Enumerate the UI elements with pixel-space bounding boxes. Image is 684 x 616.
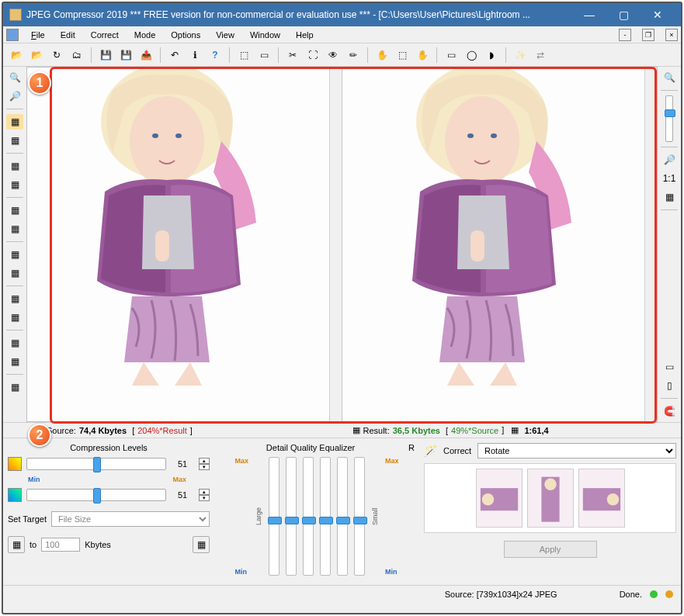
eq-band-6[interactable] [354, 457, 365, 576]
menu-options[interactable]: Options [168, 29, 203, 41]
source-scrollbar[interactable] [329, 67, 342, 421]
menu-file[interactable]: FFileile [28, 29, 48, 41]
zoom-tool-icon[interactable]: 🔍 [661, 70, 678, 85]
zoom-actual-icon[interactable]: ▦ [661, 189, 678, 205]
menu-edit[interactable]: Edit [57, 29, 78, 41]
result-scrollbar[interactable] [644, 67, 657, 421]
mdi-close[interactable]: × [665, 29, 678, 41]
target-go-icon[interactable]: ▦ [193, 536, 210, 553]
save-icon[interactable]: 💾 [97, 47, 114, 64]
folder-browse-icon[interactable]: 🗂 [68, 47, 85, 64]
export-icon[interactable]: 📤 [137, 47, 155, 64]
eq-band-4[interactable] [320, 457, 331, 576]
tool-i-icon[interactable]: ▦ [6, 291, 23, 306]
save-icon[interactable] [6, 29, 19, 41]
single-view-icon[interactable]: ▭ [255, 47, 273, 64]
sync-icon[interactable]: 🧲 [661, 403, 678, 419]
eye-icon[interactable]: 👁 [325, 47, 342, 64]
target-value-input[interactable] [41, 538, 80, 552]
eq-band-5[interactable] [337, 457, 348, 576]
titlebar: JPEG Compressor 2019 *** FREE version fo… [3, 3, 681, 26]
open-icon[interactable]: 📂 [8, 47, 25, 64]
luma-up[interactable]: ▴ [199, 458, 210, 464]
edit-icon[interactable]: ✏ [345, 47, 362, 64]
luma-icon[interactable] [8, 457, 22, 471]
save-as-icon[interactable]: 💾 [117, 47, 134, 64]
tool-h-icon[interactable]: ▦ [6, 265, 23, 281]
compare-icon[interactable]: ⬚ [235, 47, 252, 64]
resize-icon[interactable]: ⛶ [304, 47, 321, 64]
select-icon[interactable]: ⬚ [394, 47, 411, 64]
tool-b-icon[interactable]: ▦ [6, 133, 23, 148]
minimize-button[interactable]: — [572, 3, 606, 26]
luma-value: 51 [171, 459, 194, 469]
mdi-minimize[interactable]: - [619, 29, 631, 41]
chroma-icon[interactable] [8, 488, 22, 502]
chroma-up[interactable]: ▴ [199, 489, 210, 495]
close-button[interactable]: ✕ [641, 3, 675, 26]
layout-h-icon[interactable]: ▭ [661, 359, 678, 375]
eq-band-1[interactable] [269, 457, 280, 576]
correct-dropdown[interactable]: Rotate [477, 443, 676, 459]
zoom-in-icon[interactable]: 🔍 [6, 70, 23, 85]
chroma-value: 51 [171, 490, 194, 500]
menu-mode[interactable]: Mode [131, 29, 159, 41]
rotate-90cw[interactable] [578, 469, 625, 528]
eq-band-2[interactable] [286, 457, 297, 576]
chroma-slider[interactable] [26, 489, 166, 501]
min-label: Min [28, 476, 40, 483]
menu-view[interactable]: View [213, 29, 238, 41]
zoom-out-icon[interactable]: 🔎 [6, 88, 23, 104]
tool-g-icon[interactable]: ▦ [6, 247, 23, 262]
apply-button[interactable]: Apply [504, 541, 597, 558]
zoom-slider[interactable] [665, 95, 673, 142]
tool-a-icon[interactable]: ▦ [6, 114, 23, 130]
undo-icon[interactable]: ↶ [166, 47, 183, 64]
eq-max-l: Max [234, 457, 248, 465]
tool-c-icon[interactable]: ▦ [6, 158, 23, 174]
rect-select-icon[interactable]: ▭ [443, 47, 460, 64]
result-pane[interactable] [342, 67, 657, 421]
svg-rect-9 [470, 230, 484, 261]
flip-icon[interactable]: ⇄ [532, 47, 549, 64]
eq-band-3[interactable] [303, 457, 314, 576]
tool-j-icon[interactable]: ▦ [6, 310, 23, 325]
menubar: FFileile Edit Correct Mode Options View … [3, 26, 681, 43]
zoom-fit-icon[interactable]: 🔎 [661, 152, 678, 168]
tool-m-icon[interactable]: ▦ [6, 379, 23, 395]
open-next-icon[interactable]: 📂 [28, 47, 45, 64]
menu-window[interactable]: Window [247, 29, 283, 41]
maximize-button[interactable]: ▢ [606, 3, 641, 26]
equalizer-r[interactable]: R [405, 443, 418, 452]
tool-e-icon[interactable]: ▦ [6, 202, 23, 218]
rotate-none[interactable] [527, 469, 574, 528]
info-icon[interactable]: ℹ [186, 47, 203, 64]
hand-icon[interactable]: ✋ [373, 47, 391, 64]
layout-v-icon[interactable]: ▯ [661, 378, 678, 393]
luma-slider[interactable] [26, 458, 166, 470]
tool-k-icon[interactable]: ▦ [6, 335, 23, 351]
lasso-icon[interactable]: ◗ [483, 47, 500, 64]
target-mode-select[interactable]: File Size [51, 511, 210, 527]
wand-icon[interactable]: 🪄 [424, 445, 437, 457]
tool-l-icon[interactable]: ▦ [6, 354, 23, 369]
hand2-icon[interactable]: ✋ [414, 47, 431, 64]
crop-icon[interactable]: ✂ [284, 47, 301, 64]
chroma-down[interactable]: ▾ [199, 495, 210, 501]
zoom-100-icon[interactable]: 1:1 [661, 171, 678, 186]
mdi-restore[interactable]: ❐ [642, 29, 654, 41]
help-icon[interactable]: ? [207, 47, 224, 64]
info-strip: Source: 74,4 Kbytes [204%*Result] ▦ Resu… [3, 422, 681, 438]
menu-help[interactable]: Help [293, 29, 317, 41]
ellipse-select-icon[interactable]: ◯ [463, 47, 480, 64]
rotate-90ccw[interactable] [476, 469, 523, 528]
source-pane[interactable] [27, 67, 342, 421]
large-label: Large [255, 457, 262, 576]
luma-down[interactable]: ▾ [199, 464, 210, 470]
tool-f-icon[interactable]: ▦ [6, 221, 23, 237]
wand-icon[interactable]: ✨ [512, 47, 529, 64]
target-apply-icon[interactable]: ▦ [8, 536, 25, 553]
tool-d-icon[interactable]: ▦ [6, 177, 23, 192]
reload-icon[interactable]: ↻ [48, 47, 65, 64]
menu-correct[interactable]: Correct [88, 29, 122, 41]
